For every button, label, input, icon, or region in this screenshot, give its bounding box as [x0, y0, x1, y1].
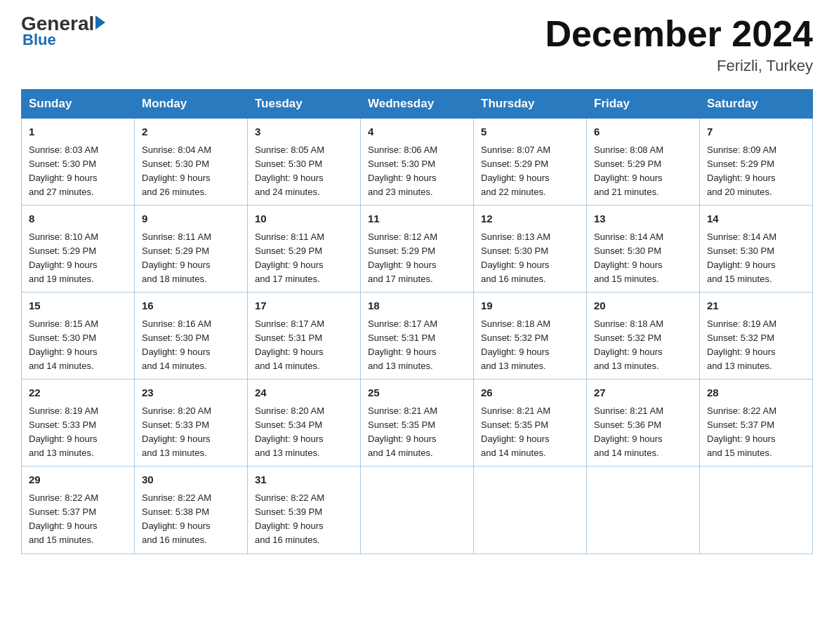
day-info: Sunrise: 8:19 AMSunset: 5:32 PMDaylight:…	[707, 317, 805, 374]
page-header: General Blue December 2024 Ferizli, Turk…	[21, 14, 813, 75]
calendar-cell: 1Sunrise: 8:03 AMSunset: 5:30 PMDaylight…	[22, 119, 135, 206]
day-number: 17	[255, 298, 353, 314]
day-number: 1	[29, 124, 127, 140]
day-number: 8	[29, 211, 127, 227]
calendar-cell: 31Sunrise: 8:22 AMSunset: 5:39 PMDayligh…	[248, 467, 361, 554]
column-header-saturday: Saturday	[700, 90, 813, 119]
day-info: Sunrise: 8:15 AMSunset: 5:30 PMDaylight:…	[29, 317, 127, 374]
calendar-cell: 8Sunrise: 8:10 AMSunset: 5:29 PMDaylight…	[22, 206, 135, 293]
day-number: 5	[481, 124, 579, 140]
day-number: 24	[255, 385, 353, 401]
day-number: 22	[29, 385, 127, 401]
day-info: Sunrise: 8:10 AMSunset: 5:29 PMDaylight:…	[29, 230, 127, 287]
calendar-cell	[361, 467, 474, 554]
calendar-cell: 13Sunrise: 8:14 AMSunset: 5:30 PMDayligh…	[587, 206, 700, 293]
day-info: Sunrise: 8:14 AMSunset: 5:30 PMDaylight:…	[594, 230, 692, 287]
calendar-cell: 20Sunrise: 8:18 AMSunset: 5:32 PMDayligh…	[587, 293, 700, 380]
day-info: Sunrise: 8:21 AMSunset: 5:36 PMDaylight:…	[594, 404, 692, 461]
calendar-cell: 17Sunrise: 8:17 AMSunset: 5:31 PMDayligh…	[248, 293, 361, 380]
title-block: December 2024 Ferizli, Turkey	[545, 14, 813, 75]
day-info: Sunrise: 8:06 AMSunset: 5:30 PMDaylight:…	[368, 143, 466, 200]
day-number: 13	[594, 211, 692, 227]
calendar-cell: 11Sunrise: 8:12 AMSunset: 5:29 PMDayligh…	[361, 206, 474, 293]
calendar-cell: 18Sunrise: 8:17 AMSunset: 5:31 PMDayligh…	[361, 293, 474, 380]
day-number: 21	[707, 298, 805, 314]
day-number: 31	[255, 472, 353, 488]
calendar-cell: 3Sunrise: 8:05 AMSunset: 5:30 PMDaylight…	[248, 119, 361, 206]
logo-triangle-icon	[95, 15, 105, 29]
calendar-cell: 21Sunrise: 8:19 AMSunset: 5:32 PMDayligh…	[700, 293, 813, 380]
calendar-cell: 6Sunrise: 8:08 AMSunset: 5:29 PMDaylight…	[587, 119, 700, 206]
day-number: 3	[255, 124, 353, 140]
day-info: Sunrise: 8:19 AMSunset: 5:33 PMDaylight:…	[29, 404, 127, 461]
calendar-cell: 7Sunrise: 8:09 AMSunset: 5:29 PMDaylight…	[700, 119, 813, 206]
day-info: Sunrise: 8:13 AMSunset: 5:30 PMDaylight:…	[481, 230, 579, 287]
day-number: 4	[368, 124, 466, 140]
day-info: Sunrise: 8:03 AMSunset: 5:30 PMDaylight:…	[29, 143, 127, 200]
day-info: Sunrise: 8:09 AMSunset: 5:29 PMDaylight:…	[707, 143, 805, 200]
column-header-wednesday: Wednesday	[361, 90, 474, 119]
day-number: 11	[368, 211, 466, 227]
calendar-cell	[474, 467, 587, 554]
day-info: Sunrise: 8:05 AMSunset: 5:30 PMDaylight:…	[255, 143, 353, 200]
calendar-cell: 10Sunrise: 8:11 AMSunset: 5:29 PMDayligh…	[248, 206, 361, 293]
day-number: 16	[142, 298, 240, 314]
day-info: Sunrise: 8:17 AMSunset: 5:31 PMDaylight:…	[368, 317, 466, 374]
day-info: Sunrise: 8:18 AMSunset: 5:32 PMDaylight:…	[594, 317, 692, 374]
day-info: Sunrise: 8:08 AMSunset: 5:29 PMDaylight:…	[594, 143, 692, 200]
calendar-cell: 23Sunrise: 8:20 AMSunset: 5:33 PMDayligh…	[135, 380, 248, 467]
calendar-table: SundayMondayTuesdayWednesdayThursdayFrid…	[21, 89, 813, 554]
calendar-cell: 5Sunrise: 8:07 AMSunset: 5:29 PMDaylight…	[474, 119, 587, 206]
calendar-week-3: 15Sunrise: 8:15 AMSunset: 5:30 PMDayligh…	[22, 293, 813, 380]
calendar-cell: 2Sunrise: 8:04 AMSunset: 5:30 PMDaylight…	[135, 119, 248, 206]
day-number: 29	[29, 472, 127, 488]
day-number: 18	[368, 298, 466, 314]
day-info: Sunrise: 8:14 AMSunset: 5:30 PMDaylight:…	[707, 230, 805, 287]
calendar-cell: 4Sunrise: 8:06 AMSunset: 5:30 PMDaylight…	[361, 119, 474, 206]
day-number: 26	[481, 385, 579, 401]
day-info: Sunrise: 8:20 AMSunset: 5:34 PMDaylight:…	[255, 404, 353, 461]
calendar-cell: 14Sunrise: 8:14 AMSunset: 5:30 PMDayligh…	[700, 206, 813, 293]
calendar-cell	[587, 467, 700, 554]
day-info: Sunrise: 8:12 AMSunset: 5:29 PMDaylight:…	[368, 230, 466, 287]
day-info: Sunrise: 8:20 AMSunset: 5:33 PMDaylight:…	[142, 404, 240, 461]
calendar-cell: 19Sunrise: 8:18 AMSunset: 5:32 PMDayligh…	[474, 293, 587, 380]
day-number: 19	[481, 298, 579, 314]
day-info: Sunrise: 8:16 AMSunset: 5:30 PMDaylight:…	[142, 317, 240, 374]
calendar-cell: 30Sunrise: 8:22 AMSunset: 5:38 PMDayligh…	[135, 467, 248, 554]
calendar-cell: 9Sunrise: 8:11 AMSunset: 5:29 PMDaylight…	[135, 206, 248, 293]
day-number: 12	[481, 211, 579, 227]
day-info: Sunrise: 8:11 AMSunset: 5:29 PMDaylight:…	[142, 230, 240, 287]
day-info: Sunrise: 8:22 AMSunset: 5:37 PMDaylight:…	[29, 491, 127, 548]
day-info: Sunrise: 8:22 AMSunset: 5:38 PMDaylight:…	[142, 491, 240, 548]
column-header-thursday: Thursday	[474, 90, 587, 119]
calendar-week-4: 22Sunrise: 8:19 AMSunset: 5:33 PMDayligh…	[22, 380, 813, 467]
day-info: Sunrise: 8:22 AMSunset: 5:37 PMDaylight:…	[707, 404, 805, 461]
calendar-cell: 15Sunrise: 8:15 AMSunset: 5:30 PMDayligh…	[22, 293, 135, 380]
day-number: 2	[142, 124, 240, 140]
logo-blue-text: Blue	[22, 31, 56, 49]
calendar-header-row: SundayMondayTuesdayWednesdayThursdayFrid…	[22, 90, 813, 119]
calendar-week-5: 29Sunrise: 8:22 AMSunset: 5:37 PMDayligh…	[22, 467, 813, 554]
day-number: 28	[707, 385, 805, 401]
day-info: Sunrise: 8:04 AMSunset: 5:30 PMDaylight:…	[142, 143, 240, 200]
calendar-cell: 27Sunrise: 8:21 AMSunset: 5:36 PMDayligh…	[587, 380, 700, 467]
location-text: Ferizli, Turkey	[545, 57, 813, 75]
day-number: 30	[142, 472, 240, 488]
calendar-cell: 26Sunrise: 8:21 AMSunset: 5:35 PMDayligh…	[474, 380, 587, 467]
day-number: 25	[368, 385, 466, 401]
column-header-friday: Friday	[587, 90, 700, 119]
day-number: 9	[142, 211, 240, 227]
calendar-cell: 29Sunrise: 8:22 AMSunset: 5:37 PMDayligh…	[22, 467, 135, 554]
day-number: 23	[142, 385, 240, 401]
day-info: Sunrise: 8:17 AMSunset: 5:31 PMDaylight:…	[255, 317, 353, 374]
calendar-cell: 22Sunrise: 8:19 AMSunset: 5:33 PMDayligh…	[22, 380, 135, 467]
calendar-cell: 25Sunrise: 8:21 AMSunset: 5:35 PMDayligh…	[361, 380, 474, 467]
calendar-cell: 12Sunrise: 8:13 AMSunset: 5:30 PMDayligh…	[474, 206, 587, 293]
day-number: 15	[29, 298, 127, 314]
calendar-week-2: 8Sunrise: 8:10 AMSunset: 5:29 PMDaylight…	[22, 206, 813, 293]
logo: General Blue	[21, 14, 105, 49]
calendar-cell	[700, 467, 813, 554]
day-info: Sunrise: 8:07 AMSunset: 5:29 PMDaylight:…	[481, 143, 579, 200]
column-header-sunday: Sunday	[22, 90, 135, 119]
